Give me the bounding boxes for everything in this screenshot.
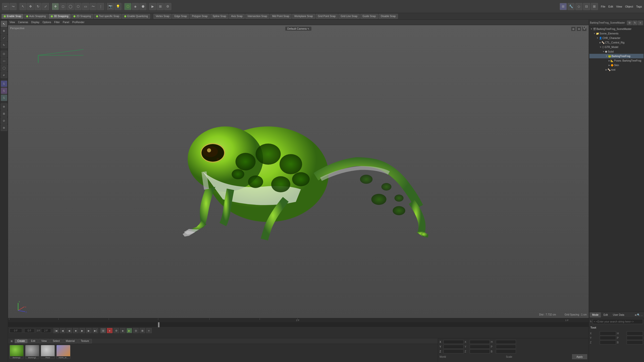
menu-file[interactable]: File: [601, 5, 606, 8]
tree-item-skin[interactable]: ▶ 🔶 Skin: [589, 63, 643, 67]
scene-settings-btn[interactable]: ⚙: [627, 21, 632, 25]
start-frame-input[interactable]: [24, 328, 34, 333]
prop-h-input[interactable]: [627, 331, 643, 335]
tc-icon7[interactable]: ≡: [146, 328, 152, 333]
viewport[interactable]: Perspective Default Camera ✎ ⊞ ⚙ ✕ X Y Z: [8, 25, 589, 318]
tree-item-chr-character[interactable]: ▼ 👤 CHR_Character: [589, 36, 643, 40]
mat-menu-btn[interactable]: ≡: [9, 339, 14, 343]
coord-z2-input[interactable]: [470, 349, 490, 353]
material-manager-btn[interactable]: ◇: [575, 3, 582, 10]
menu-edit[interactable]: Edit: [608, 5, 613, 8]
material-barking2[interactable]: Barking1: [25, 345, 39, 359]
search-input[interactable]: [593, 319, 643, 324]
tree-item-ctl-control-rig[interactable]: ▶ 🦴 CTL_Control_Rig: [589, 40, 643, 45]
tree-item-root-bone[interactable]: ▶ 🦴 root: [589, 67, 643, 72]
rb-search-icon[interactable]: 🔍: [637, 313, 640, 316]
edge-snap-btn[interactable]: Edge Snap: [172, 14, 189, 19]
coord-z-input[interactable]: [444, 349, 464, 353]
menu-tags[interactable]: Tags: [636, 5, 642, 8]
tool-scale[interactable]: ⤢: [1, 35, 7, 41]
vp-menu-view[interactable]: View: [10, 21, 15, 24]
vp-maximize-btn[interactable]: ⊞: [571, 27, 576, 31]
disable-snap-btn[interactable]: Disable Snap: [379, 14, 398, 19]
vertex-snap-btn[interactable]: Vertex Snap: [153, 14, 172, 19]
mat-tab-texture[interactable]: Texture: [78, 339, 92, 343]
axis-snap-btn[interactable]: Axis Snap: [229, 14, 245, 19]
tool-s2[interactable]: S: [1, 87, 7, 94]
tool-specific-snap-btn[interactable]: Tool specific Snap: [94, 14, 122, 19]
render-region-btn[interactable]: ⊞: [157, 3, 164, 10]
tree-item-gtr-model[interactable]: ▼ ⬡ GTR_Model: [589, 45, 643, 49]
material-btn[interactable]: ◈: [132, 3, 139, 10]
rb-back-btn[interactable]: ◀: [634, 313, 636, 316]
scale-tool[interactable]: ⤢: [42, 3, 49, 10]
tool-s3[interactable]: S: [1, 95, 7, 101]
prop-b-input[interactable]: [627, 340, 643, 344]
rb-tab-mode[interactable]: Mode: [590, 312, 601, 318]
timeline-track[interactable]: [8, 322, 589, 327]
mat-tab-create[interactable]: Create: [15, 339, 28, 343]
light-btn[interactable]: 💡: [114, 3, 122, 10]
tc-icon2[interactable]: ⚙: [113, 328, 119, 333]
polygon-snap-btn[interactable]: Polygon Snap: [190, 14, 210, 19]
material-barking1[interactable]: Barking1: [10, 345, 24, 359]
enable-snap-btn[interactable]: Enable Snap: [2, 14, 23, 19]
tree-item-subd[interactable]: ▼ ⬟ Subd: [589, 49, 643, 54]
sphere-btn[interactable]: ◯: [67, 3, 74, 10]
tc-icon1[interactable]: ⊞: [100, 328, 106, 333]
tc-icon4[interactable]: ▶: [127, 328, 132, 333]
prop-x-input[interactable]: [600, 331, 616, 335]
menu-view[interactable]: View: [616, 5, 622, 8]
timeline-btn[interactable]: ⊟: [583, 3, 590, 10]
coord-x2-input[interactable]: [470, 340, 490, 344]
tool-s1[interactable]: S: [1, 80, 7, 87]
quantizing-btn[interactable]: Enable Quantizing: [122, 14, 150, 19]
prop-z-input[interactable]: [600, 340, 616, 344]
attr-manager-btn[interactable]: 🔧: [568, 3, 575, 10]
select-tool[interactable]: ↖: [19, 3, 26, 10]
tool-paint[interactable]: ⊗: [1, 124, 7, 131]
tool-move[interactable]: ✥: [1, 28, 7, 34]
apply-button[interactable]: Apply: [572, 354, 587, 359]
intersection-snap-btn[interactable]: Intersection Snap: [245, 14, 269, 19]
mat-tab-edit[interactable]: Edit: [28, 339, 38, 343]
material-hdri[interactable]: HDRI_M...: [56, 345, 70, 359]
tag-btn[interactable]: ⬟: [139, 3, 146, 10]
object-manager-btn[interactable]: ⊞: [560, 3, 567, 10]
coord-b-input[interactable]: [496, 349, 516, 353]
gridpoint-snap-btn[interactable]: Grid Point Snap: [316, 14, 338, 19]
tool-select[interactable]: ↖: [1, 21, 7, 27]
coord-h-input[interactable]: [496, 340, 516, 344]
coord-x-input[interactable]: [444, 340, 464, 344]
coord-p-input[interactable]: [496, 345, 516, 349]
current-frame-input[interactable]: [10, 328, 22, 333]
tool-free-select[interactable]: ⌀: [1, 72, 7, 78]
tree-item-root[interactable]: ▼ 🎬 BarkingTreeFrog_SceneMaster: [589, 27, 643, 31]
tc-icon6[interactable]: ⊠: [140, 328, 145, 333]
step-back-btn[interactable]: ◀: [60, 328, 65, 333]
tool-magnet[interactable]: ⊘: [1, 117, 7, 124]
deform-btn[interactable]: ⋮: [97, 3, 104, 10]
camera-btn[interactable]: 📷: [107, 3, 114, 10]
tool-live-select[interactable]: ⊡: [1, 51, 7, 57]
tool-rect-select[interactable]: ▭: [1, 58, 7, 64]
play-btn[interactable]: ▶: [79, 328, 85, 333]
tc-icon5[interactable]: ⊟: [133, 328, 139, 333]
tree-item-barking-treefrog[interactable]: ▼ 🐸 BarkingTreeFrog: [589, 54, 643, 58]
vp-menu-filter[interactable]: Filter: [54, 21, 60, 24]
rb-more-btn[interactable]: …: [640, 313, 643, 316]
material-floor[interactable]: Floor: [41, 345, 55, 359]
redo-button[interactable]: ↪: [10, 3, 17, 10]
vp-menu-panel[interactable]: Panel: [63, 21, 69, 24]
rotate-tool[interactable]: ↻: [34, 3, 42, 10]
tool-brush[interactable]: ⊕: [1, 103, 7, 110]
rb-tab-edit[interactable]: Edit: [601, 312, 610, 318]
cube-btn[interactable]: ◻: [59, 3, 66, 10]
vp-menu-options[interactable]: Options: [43, 21, 51, 24]
render-settings-btn[interactable]: ⚙: [164, 3, 171, 10]
timeline-playhead[interactable]: [158, 322, 159, 327]
coord-y-input[interactable]: [444, 345, 464, 349]
prop-p-input[interactable]: [627, 336, 643, 340]
mat-tab-material[interactable]: Material: [63, 339, 78, 343]
tree-item-scene-elements[interactable]: ▼ 📁 Scene_Elements: [589, 31, 643, 36]
